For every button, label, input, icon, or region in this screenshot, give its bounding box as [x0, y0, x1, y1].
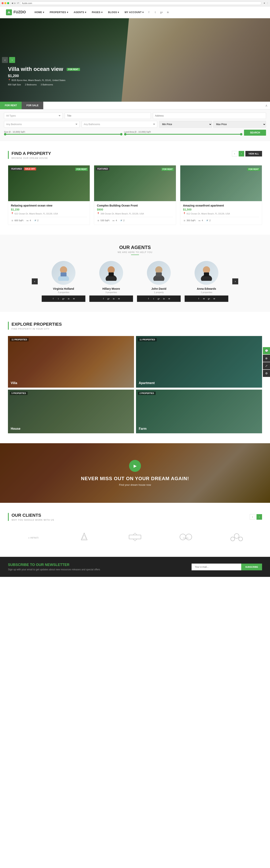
facebook-link[interactable]: f	[101, 297, 105, 301]
googleplus-link[interactable]: g+	[62, 297, 66, 301]
googleplus-link[interactable]: g+	[157, 297, 161, 301]
search-expand-btn[interactable]: ∧	[263, 102, 270, 109]
nav-blogs[interactable]: BLOGS ▾	[105, 7, 122, 18]
property-card[interactable]: FOR RENT Amazing oceanfront apartment $1…	[180, 165, 262, 225]
max-price-select[interactable]: Max Price	[213, 121, 266, 128]
linkedin-link[interactable]: in	[112, 297, 116, 301]
villa-count: 11 PROPERTIES	[10, 338, 29, 341]
browser-icons: ⋮	[266, 2, 268, 4]
rent-badge: FOR RENT	[75, 167, 88, 170]
svg-point-8	[155, 266, 162, 274]
twitter-link[interactable]: ✉	[202, 297, 206, 301]
linkedin-icon[interactable]: in	[166, 10, 170, 15]
nav-account[interactable]: MY ACCOUNT ▾	[122, 7, 146, 18]
newsletter-email-input[interactable]	[192, 564, 241, 570]
linkedin-link[interactable]: in	[162, 297, 166, 301]
explore-villa[interactable]: 11 PROPERTIES Villa	[8, 336, 134, 388]
title-input[interactable]	[65, 113, 151, 119]
video-title: NEVER MISS OUT ON YOUR DREAM AGAIN!	[81, 476, 189, 482]
explore-subtitle: FIND PROPERTY IN YOUR CITY	[11, 328, 262, 330]
prev-btn[interactable]: ‹	[232, 151, 237, 156]
nav-pages[interactable]: PAGES ▾	[89, 7, 105, 18]
agent-photo	[99, 261, 123, 285]
size-label: Size [0 - 10,000] SqFt	[4, 131, 122, 133]
agents-grid: ‹ Virginia Holland 3 properties f t g+ i…	[8, 261, 262, 302]
hero-next-btn[interactable]: ›	[9, 57, 15, 63]
explore-house[interactable]: 5 PROPERTIES House	[8, 390, 134, 433]
facebook-link[interactable]: f	[197, 297, 201, 301]
settings-widget[interactable]: ⚙	[263, 370, 270, 377]
size-slider[interactable]	[4, 134, 122, 135]
type-select[interactable]: All Types	[4, 113, 63, 119]
svg-point-11	[203, 266, 210, 274]
section-border	[8, 322, 9, 330]
svg-point-23	[234, 534, 239, 538]
chat-widget[interactable]: 💬	[263, 347, 270, 354]
next-btn[interactable]: ›	[239, 151, 244, 156]
email-link[interactable]: ✉	[212, 297, 216, 301]
bedrooms-select[interactable]: Any Bedrooms	[4, 121, 79, 128]
bathrooms-select[interactable]: Any Bathrooms	[81, 121, 157, 128]
googleplus-link[interactable]: g+	[107, 297, 110, 301]
agent-avatar	[195, 261, 218, 285]
twitter-link[interactable]: t	[56, 297, 60, 301]
tab-for-rent[interactable]: FOR RENT	[0, 102, 22, 109]
hero-prev-btn[interactable]: ‹	[2, 57, 8, 63]
url-bar[interactable]: fuzdo.com	[20, 1, 262, 5]
agents-next-btn[interactable]: ›	[232, 278, 238, 284]
agents-prev-btn[interactable]: ‹	[32, 278, 38, 284]
close-btn[interactable]	[2, 2, 4, 4]
address-input[interactable]	[153, 113, 266, 119]
agent-properties: 3 properties	[42, 291, 86, 293]
newsletter-section: SUBSCRIBE TO OUR NEWSLETTER Sign up with…	[0, 557, 270, 577]
browser-bar: ◀ ▶ ↺ fuzdo.com ★ ⋮	[0, 0, 270, 6]
tab-for-sale[interactable]: FOR SALE	[22, 102, 43, 109]
email-link[interactable]: ✉	[72, 297, 76, 301]
nav-home[interactable]: HOME ▾	[32, 7, 47, 18]
play-button[interactable]: ▶	[129, 460, 141, 472]
property-info: Relaxing apartment ocean view $1,150 📍 6…	[8, 201, 90, 225]
newsletter-subscribe-btn[interactable]: SUBSCRIBE	[241, 564, 262, 570]
share-widget[interactable]: ⤢	[263, 362, 270, 369]
client-logo-1: ∞ INFINITI	[22, 531, 45, 543]
zoom-widget[interactable]: ⊕	[263, 355, 270, 362]
featured-badge: FEATURED	[96, 167, 109, 170]
facebook-link[interactable]: f	[146, 297, 150, 301]
svg-marker-18	[133, 533, 137, 535]
section-border	[8, 151, 9, 159]
linkedin-link[interactable]: in	[67, 297, 71, 301]
nav-agents[interactable]: AGENTS ▾	[71, 7, 89, 18]
maximize-btn[interactable]	[7, 2, 9, 4]
facebook-link[interactable]: f	[51, 297, 55, 301]
facebook-icon[interactable]: f	[146, 10, 151, 15]
hero-feature-1: 800 Sqft Size	[8, 84, 21, 86]
property-card[interactable]: FEATURED SALE OFF FOR RENT Relaxing apar…	[8, 165, 90, 225]
logo[interactable]: FUZDO	[6, 9, 26, 15]
search-button[interactable]: SEARCH	[244, 130, 266, 136]
explore-apartment[interactable]: 11 PROPERTIES Apartment	[136, 336, 262, 388]
client-logo-5	[225, 531, 248, 543]
hero-badge: FOR RENT	[67, 68, 80, 71]
minimize-btn[interactable]	[4, 2, 6, 4]
explore-farm[interactable]: 2 PROPERTIES Farm	[136, 390, 262, 433]
hero-feature-3: 3 Bathrooms	[41, 84, 53, 86]
email-link[interactable]: ✉	[167, 297, 171, 301]
clients-next-btn[interactable]: ›	[257, 514, 262, 520]
property-card[interactable]: FEATURED FOR RENT Complex Building Ocean…	[94, 165, 176, 225]
min-price-select[interactable]: Min Price	[159, 121, 212, 128]
nav-properties[interactable]: PROPERTIES ▾	[47, 7, 71, 18]
property-name: Complex Building Ocean Front	[97, 204, 173, 207]
twitter-icon[interactable]: t	[153, 10, 158, 15]
twitter-link[interactable]: t	[152, 297, 156, 301]
svg-marker-16	[82, 535, 86, 539]
googleplus-link[interactable]: g+	[207, 297, 211, 301]
section-title-group: FIND A PROPERTY BROWSE OUR DREAM HOUSE	[11, 151, 232, 159]
googleplus-icon[interactable]: g+	[159, 10, 164, 15]
baths-meta: 🚿 2	[206, 219, 210, 222]
email-link[interactable]: ✉	[117, 297, 121, 301]
bath-icon: 🚿	[120, 219, 123, 222]
land-slider[interactable]	[124, 134, 242, 135]
clients-prev-btn[interactable]: ‹	[250, 514, 255, 520]
view-all-btn[interactable]: VIEW ALL	[245, 151, 262, 156]
settings-icon[interactable]: ⋮	[266, 2, 268, 4]
